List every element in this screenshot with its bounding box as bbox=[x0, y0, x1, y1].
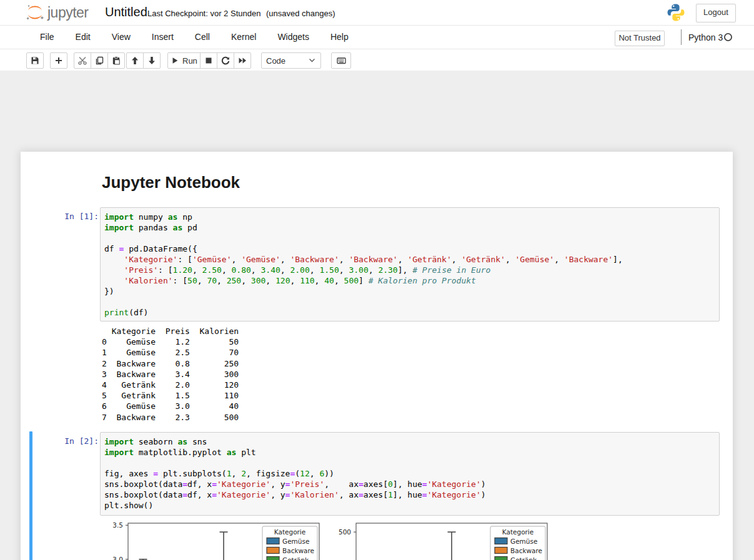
kernel-divider bbox=[681, 29, 682, 45]
play-icon bbox=[171, 56, 179, 65]
code-line: 'Kategorie': ['Gemüse', 'Gemüse', 'Backw… bbox=[104, 254, 715, 265]
menu-item-insert[interactable]: Insert bbox=[141, 26, 184, 49]
page-background: Jupyter Notebook In [1]: import numpy as… bbox=[0, 71, 754, 560]
arrow-up-icon bbox=[130, 56, 140, 66]
kernel-name: Python 3 bbox=[688, 32, 723, 42]
svg-text:Backware: Backware bbox=[510, 547, 542, 554]
code-line: plt.show() bbox=[104, 500, 715, 511]
toolbar: Run Code bbox=[0, 49, 754, 71]
code-line: import pandas as pd bbox=[104, 222, 715, 233]
code-line: fig, axes = plt.subplots(1, 2, figsize=(… bbox=[104, 468, 715, 479]
keyboard-icon bbox=[336, 56, 347, 66]
jupyter-logo-icon bbox=[25, 2, 45, 22]
checkpoint-status: Last Checkpoint: vor 2 Stunden bbox=[147, 9, 260, 18]
code-line bbox=[104, 297, 715, 307]
header-bar: jupyter Untitled Last Checkpoint: vor 2 … bbox=[0, 0, 754, 26]
restart-icon bbox=[221, 56, 231, 66]
notebook-container: Jupyter Notebook In [1]: import numpy as… bbox=[21, 152, 733, 560]
menu-item-view[interactable]: View bbox=[101, 26, 141, 49]
add-cell-icon bbox=[54, 56, 64, 66]
menu-items: FileEditViewInsertCellKernelWidgetsHelp bbox=[29, 26, 359, 49]
svg-text:3.5: 3.5 bbox=[112, 521, 123, 529]
code-line: 'Kalorien': [50, 70, 250, 300, 120, 110,… bbox=[104, 275, 715, 286]
move-cell-down-button[interactable] bbox=[143, 52, 161, 69]
kernel-idle-icon bbox=[723, 32, 733, 42]
menu-item-kernel[interactable]: Kernel bbox=[221, 26, 267, 49]
code-line bbox=[104, 458, 715, 468]
code-line: sns.boxplot(data=df, x='Kategorie', y='K… bbox=[104, 489, 715, 500]
python-logo-icon bbox=[666, 2, 686, 25]
svg-text:Kategorie: Kategorie bbox=[502, 528, 534, 536]
notebook-title[interactable]: Untitled bbox=[105, 5, 147, 19]
copy-icon bbox=[94, 56, 104, 66]
svg-text:3.0: 3.0 bbox=[112, 556, 123, 560]
insert-cell-below-button[interactable] bbox=[50, 52, 67, 69]
unsaved-changes-status: (unsaved changes) bbox=[266, 9, 335, 18]
code-line: import numpy as np bbox=[104, 212, 715, 222]
code-line: df = pd.DataFrame({ bbox=[104, 243, 715, 254]
paste-icon bbox=[111, 56, 121, 66]
save-button[interactable] bbox=[26, 52, 44, 69]
menu-bar: FileEditViewInsertCellKernelWidgetsHelp … bbox=[0, 26, 754, 49]
logout-button[interactable]: Logout bbox=[696, 4, 736, 22]
not-trusted-badge[interactable]: Not Trusted bbox=[615, 31, 665, 46]
paste-cells-button[interactable] bbox=[107, 52, 125, 69]
code-line: sns.boxplot(data=df, x='Kategorie', y='P… bbox=[104, 479, 715, 489]
svg-text:Gemüse: Gemüse bbox=[282, 538, 309, 545]
boxplot-preis: 1.01.52.02.53.03.5PreisGemüseBackwareGet… bbox=[102, 521, 327, 560]
cut-icon bbox=[77, 56, 87, 66]
svg-text:Gemüse: Gemüse bbox=[510, 538, 537, 545]
command-palette-button[interactable] bbox=[331, 52, 351, 69]
cell-1-output: Kategorie Preis Kalorien 0 Gemüse 1.2 50… bbox=[102, 326, 239, 423]
menu-item-widgets[interactable]: Widgets bbox=[267, 26, 320, 49]
run-button-label: Run bbox=[182, 56, 197, 66]
save-icon bbox=[30, 56, 40, 66]
cell-type-value: Code bbox=[266, 56, 285, 66]
code-line: print(df) bbox=[104, 307, 715, 318]
cell-2-figure-output: 1.01.52.02.53.03.5PreisGemüseBackwareGet… bbox=[102, 521, 564, 560]
stop-icon bbox=[204, 56, 214, 66]
chevron-down-icon bbox=[309, 58, 315, 63]
logo-wordmark: jupyter bbox=[47, 4, 89, 21]
menu-item-edit[interactable]: Edit bbox=[65, 26, 101, 49]
svg-text:500: 500 bbox=[339, 528, 351, 536]
menu-item-help[interactable]: Help bbox=[320, 26, 359, 49]
run-button[interactable]: Run bbox=[167, 52, 201, 69]
code-line: }) bbox=[104, 286, 715, 297]
svg-text:Backware: Backware bbox=[282, 547, 314, 554]
jupyter-logo[interactable]: jupyter bbox=[25, 2, 89, 22]
arrow-down-icon bbox=[147, 56, 157, 66]
cut-cells-button[interactable] bbox=[74, 52, 91, 69]
svg-text:Getränk: Getränk bbox=[510, 556, 537, 560]
code-cell-1[interactable]: import numpy as npimport pandas as pd df… bbox=[100, 207, 720, 322]
selected-cell-indicator bbox=[29, 431, 32, 560]
input-prompt-1: In [1]: bbox=[30, 211, 99, 222]
move-cell-up-button[interactable] bbox=[126, 52, 144, 69]
markdown-heading: Jupyter Notebook bbox=[102, 173, 240, 192]
fast-forward-icon bbox=[237, 56, 247, 66]
restart-kernel-button[interactable] bbox=[217, 52, 234, 69]
restart-run-all-button[interactable] bbox=[234, 52, 251, 69]
boxplot-kalorien: 100200300400500KalorienGemüseBackwareGet… bbox=[330, 521, 555, 560]
interrupt-kernel-button[interactable] bbox=[200, 52, 217, 69]
code-line: 'Preis': [1.20, 2.50, 0.80, 3.40, 2.00, … bbox=[104, 265, 715, 275]
code-line bbox=[104, 233, 715, 243]
svg-text:Kategorie: Kategorie bbox=[274, 528, 306, 536]
menu-item-cell[interactable]: Cell bbox=[184, 26, 221, 49]
svg-text:Getränk: Getränk bbox=[282, 556, 309, 560]
cell-type-select[interactable]: Code bbox=[261, 52, 321, 69]
menu-item-file[interactable]: File bbox=[29, 26, 65, 49]
input-prompt-2: In [2]: bbox=[30, 436, 99, 446]
code-line: import matplotlib.pyplot as plt bbox=[104, 447, 715, 458]
copy-cells-button[interactable] bbox=[91, 52, 108, 69]
code-cell-2[interactable]: import seaborn as snsimport matplotlib.p… bbox=[100, 432, 720, 516]
code-line: import seaborn as sns bbox=[104, 436, 715, 447]
